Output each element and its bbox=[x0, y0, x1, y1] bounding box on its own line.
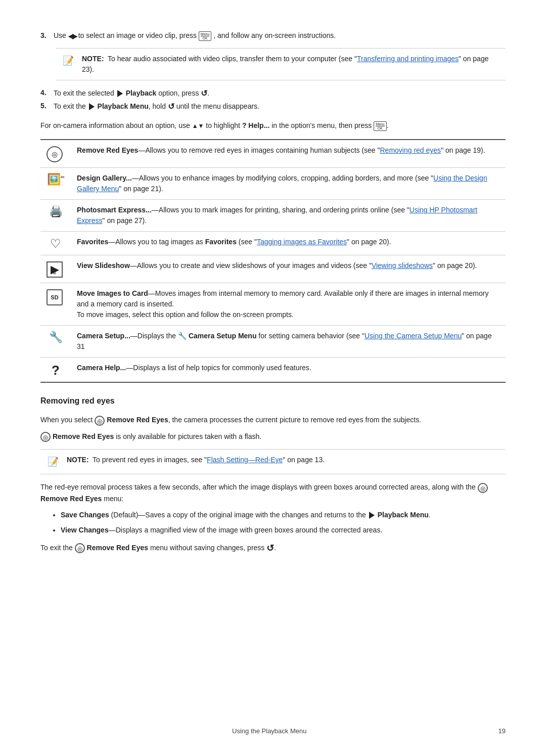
note-block-2: 📝 NOTE: To prevent red eyes in images, s… bbox=[40, 449, 506, 474]
icon-cell: 🖨️ bbox=[40, 200, 71, 232]
option-name: Camera Help... bbox=[77, 364, 126, 372]
up-down-arrow-icon: ▲▼ bbox=[192, 121, 204, 131]
playback-label: Playback bbox=[126, 89, 157, 97]
step-3-number: 3. bbox=[40, 30, 50, 41]
flash-setting-link[interactable]: Flash Setting—Red-Eye bbox=[207, 456, 283, 464]
playback-triangle-icon bbox=[117, 90, 123, 97]
playback-icon-in-list bbox=[369, 512, 375, 519]
red-eye-icon: ◎ bbox=[47, 146, 63, 162]
remove-red-eyes-bold-2: Remove Red Eyes bbox=[53, 432, 114, 440]
icon-cell: ? bbox=[40, 358, 71, 383]
favorites-bold: Favorites bbox=[205, 238, 237, 246]
note-label-1: NOTE: bbox=[82, 55, 104, 63]
back-icon: ↺ bbox=[201, 87, 207, 100]
option-text: Remove Red Eyes—Allows you to remove red… bbox=[71, 140, 506, 168]
list-item: Save Changes (Default)—Saves a copy of t… bbox=[61, 509, 506, 520]
table-row: SD Move Images to Card—Moves images from… bbox=[40, 283, 506, 326]
remove-red-eyes-icon-inline-3: ◎ bbox=[478, 483, 488, 493]
option-name: Camera Setup... bbox=[77, 332, 130, 340]
icon-cell: SD bbox=[40, 283, 71, 326]
list-item: View Changes—Displays a magnified view o… bbox=[61, 524, 506, 536]
icon-cell: ▶≋ bbox=[40, 255, 71, 283]
remove-red-eyes-menu-label: Remove Red Eyes bbox=[40, 495, 102, 503]
removing-para-1: When you select ◎ Remove Red Eyes, the c… bbox=[40, 414, 506, 425]
menu-ok-button-icon: Menu OK bbox=[199, 31, 212, 41]
step-4-text: To exit the selected Playback option, pr… bbox=[54, 87, 209, 100]
step-5-line: 5. To exit the Playback Menu, hold ↺ unt… bbox=[40, 101, 506, 113]
note-label-2: NOTE: bbox=[67, 456, 89, 464]
footer-page: 19 bbox=[498, 726, 506, 736]
photosmart-icon: 🖨️ bbox=[47, 206, 65, 217]
table-row: 🖼️✏ Design Gallery...—Allows you to enha… bbox=[40, 168, 506, 200]
table-row: ♡ Favorites—Allows you to tag images as … bbox=[40, 232, 506, 255]
icon-cell: 🖼️✏ bbox=[40, 168, 71, 200]
option-name: View Slideshow bbox=[77, 261, 130, 270]
remove-red-eyes-icon-inline: ◎ bbox=[95, 416, 105, 426]
for-info-block: For on-camera information about an optio… bbox=[40, 120, 506, 131]
camera-setup-icon: 🔧 bbox=[47, 332, 65, 343]
exit-para: To exit the ◎ Remove Red Eyes menu witho… bbox=[40, 541, 506, 556]
table-row: ? Camera Help...—Displays a list of help… bbox=[40, 358, 506, 383]
option-text: Camera Help...—Displays a list of help t… bbox=[71, 358, 506, 383]
camera-setup-link[interactable]: Using the Camera Setup Menu bbox=[365, 332, 462, 340]
option-text: Design Gallery...—Allows you to enhance … bbox=[71, 168, 506, 200]
design-gallery-icon: 🖼️✏ bbox=[47, 174, 65, 185]
left-right-arrow-icon: ◀▶ bbox=[68, 31, 76, 41]
table-row: 🖨️ Photosmart Express...—Allows you to m… bbox=[40, 200, 506, 232]
table-row: 🔧 Camera Setup...—Displays the 🔧 Camera … bbox=[40, 326, 506, 358]
back-icon-2: ↺ bbox=[168, 101, 174, 113]
step-3-block: 3. Use ◀▶ to select an image or video cl… bbox=[40, 30, 506, 41]
remove-red-eyes-icon-exit: ◎ bbox=[75, 543, 85, 553]
option-text: Camera Setup...—Displays the 🔧 Camera Se… bbox=[71, 326, 506, 358]
playback-menu-label: Playback Menu bbox=[98, 102, 149, 110]
note-text-2: NOTE: To prevent red eyes in images, see… bbox=[67, 455, 325, 469]
note-icon-2: 📝 bbox=[48, 455, 62, 469]
camera-setup-menu-label: Camera Setup Menu bbox=[189, 332, 257, 340]
footer-center: Using the Playback Menu bbox=[232, 726, 306, 736]
icon-cell: 🔧 bbox=[40, 326, 71, 358]
steps-4-5-block: 4. To exit the selected Playback option,… bbox=[40, 87, 506, 113]
step-3-text: Use ◀▶ to select an image or video clip,… bbox=[54, 30, 336, 41]
remove-red-eyes-exit-bold: Remove Red Eyes bbox=[87, 544, 148, 552]
step-4-line: 4. To exit the selected Playback option,… bbox=[40, 87, 506, 100]
transferring-link[interactable]: Transferring and printing images bbox=[357, 55, 459, 63]
save-changes-label: Save Changes bbox=[61, 511, 109, 519]
option-name: Photosmart Express... bbox=[77, 206, 152, 214]
note-block-1: 📝 NOTE: To hear audio associated with vi… bbox=[56, 48, 506, 80]
back-icon-3: ↺ bbox=[266, 541, 274, 556]
icon-cell: ♡ bbox=[40, 232, 71, 255]
remove-red-eyes-icon-inline-2: ◎ bbox=[40, 432, 51, 442]
move-to-card-icon: SD bbox=[47, 289, 63, 305]
note-icon: 📝 bbox=[63, 54, 77, 75]
options-table: ◎ Remove Red Eyes—Allows you to remove r… bbox=[40, 139, 506, 383]
option-name: Favorites bbox=[77, 238, 108, 246]
help-label: ? Help... bbox=[242, 121, 269, 129]
step-5-number: 5. bbox=[40, 101, 50, 113]
removing-para-2: ◎ Remove Red Eyes is only available for … bbox=[40, 431, 506, 442]
step-4-number: 4. bbox=[40, 87, 50, 100]
changes-list: Save Changes (Default)—Saves a copy of t… bbox=[61, 509, 506, 536]
option-text: Move Images to Card—Moves images from in… bbox=[71, 283, 506, 326]
menu-ok-icon-inline: Menu OK bbox=[374, 121, 387, 131]
favorites-icon: ♡ bbox=[47, 238, 65, 250]
camera-help-icon: ? bbox=[47, 364, 65, 377]
slideshow-icon: ▶≋ bbox=[47, 261, 63, 278]
design-gallery-link[interactable]: Using the Design Gallery Menu bbox=[77, 174, 487, 193]
table-row: ◎ Remove Red Eyes—Allows you to remove r… bbox=[40, 140, 506, 168]
note-text-1: NOTE: To hear audio associated with vide… bbox=[82, 54, 498, 75]
step-5-text: To exit the Playback Menu, hold ↺ until … bbox=[54, 101, 259, 113]
playback-menu-label-2: Playback Menu bbox=[378, 511, 429, 519]
remove-red-eyes-bold: Remove Red Eyes bbox=[107, 416, 168, 424]
option-text: View Slideshow—Allows you to create and … bbox=[71, 255, 506, 283]
removing-red-eyes-link[interactable]: Removing red eyes bbox=[380, 146, 441, 154]
step-3-line: 3. Use ◀▶ to select an image or video cl… bbox=[40, 30, 506, 41]
option-text: Favorites—Allows you to tag images as Fa… bbox=[71, 232, 506, 255]
option-name: Move Images to Card bbox=[77, 289, 148, 297]
move-extra-text: To move images, select this option and f… bbox=[77, 310, 294, 319]
removing-para-3: The red-eye removal process takes a few … bbox=[40, 481, 506, 504]
page-footer: Using the Playback Menu 19 bbox=[40, 726, 506, 736]
slideshow-link[interactable]: Viewing slideshows bbox=[372, 261, 433, 270]
tagging-link[interactable]: Tagging images as Favorites bbox=[257, 238, 347, 246]
removing-red-eyes-heading: Removing red eyes bbox=[40, 395, 506, 407]
playback-triangle-icon-2 bbox=[89, 103, 95, 110]
